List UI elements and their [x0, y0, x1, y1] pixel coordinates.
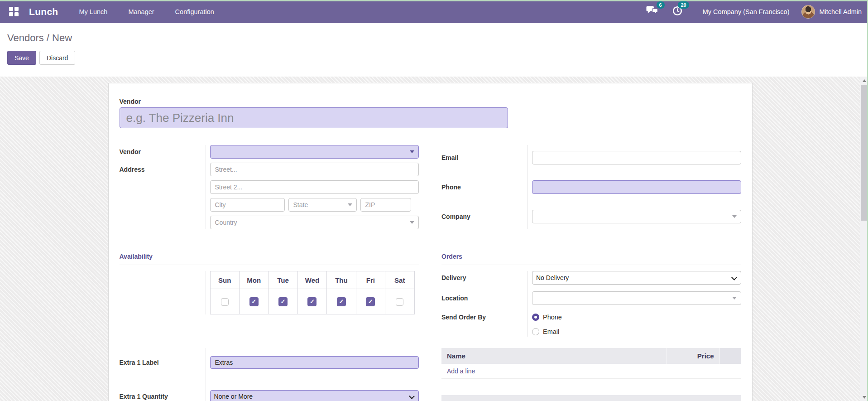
apps-grid-icon[interactable]: [9, 7, 19, 17]
menu-my-lunch[interactable]: My Lunch: [79, 8, 108, 15]
extra1-quantity-select[interactable]: None or More: [210, 390, 419, 401]
send-by-phone-radio[interactable]: Phone: [532, 312, 741, 322]
messages-button[interactable]: 6: [646, 5, 658, 18]
form-view-background: Vendor Vendor Address: [0, 77, 868, 401]
messages-badge: 6: [657, 1, 665, 9]
availability-section: Availability Sun Mon Tue Wed Thu Fri: [120, 253, 419, 348]
name-column-header: Name: [441, 348, 666, 364]
delivery-field-label: Delivery: [441, 274, 528, 281]
menu-configuration[interactable]: Configuration: [175, 8, 214, 15]
radio-selected-icon: [532, 314, 539, 321]
day-header: Mon: [239, 271, 268, 289]
delivery-select[interactable]: No Delivery: [532, 271, 741, 285]
zip-input[interactable]: [360, 198, 411, 212]
orders-title: Orders: [441, 253, 741, 265]
contact-group: Email Phone Company: [441, 145, 741, 229]
mon-checkbox[interactable]: [249, 297, 259, 306]
state-input[interactable]: [288, 198, 357, 212]
vendor-form-sheet: Vendor Vendor Address: [108, 83, 753, 401]
breadcrumb-vendors-link[interactable]: Vendors: [7, 32, 44, 43]
save-button[interactable]: Save: [7, 51, 36, 65]
vendor-field-label: Vendor: [120, 148, 206, 155]
extras-list: Name Price Add a line: [441, 348, 741, 401]
street2-input[interactable]: [210, 180, 419, 194]
day-header: Sun: [210, 271, 239, 289]
extras-group: Extra 1 Label Extra 1 Quantity None or M…: [120, 348, 419, 401]
sun-checkbox[interactable]: [221, 298, 229, 306]
day-header: Thu: [327, 271, 356, 289]
day-header: Fri: [356, 271, 385, 289]
add-a-line-link[interactable]: Add a line: [441, 364, 741, 379]
top-navbar: Lunch My Lunch Manager Configuration 6 2…: [0, 0, 868, 23]
extra1-label-input[interactable]: [210, 356, 419, 369]
activities-badge: 20: [678, 1, 689, 9]
triangle-up-icon: [863, 79, 866, 82]
availability-days-table: Sun Mon Tue Wed Thu Fri Sat: [210, 271, 415, 314]
vendor-many2one-input[interactable]: [210, 145, 419, 159]
location-field-label: Location: [441, 295, 528, 302]
thu-checkbox[interactable]: [337, 297, 346, 306]
tue-checkbox[interactable]: [278, 297, 288, 306]
sat-checkbox[interactable]: [396, 298, 403, 306]
availability-title: Availability: [120, 253, 419, 265]
fri-checkbox[interactable]: [366, 297, 375, 306]
main-menu: My Lunch Manager Configuration: [79, 8, 214, 15]
email-input[interactable]: [532, 151, 741, 164]
vendor-title-label: Vendor: [120, 98, 741, 105]
app-brand[interactable]: Lunch: [29, 6, 58, 17]
breadcrumb-separator: /: [44, 32, 52, 43]
breadcrumb-current: New: [52, 32, 72, 43]
breadcrumb: Vendors / New: [7, 32, 861, 44]
city-input[interactable]: [210, 198, 285, 212]
vendor-address-group: Vendor Address: [120, 145, 419, 229]
day-header: Sat: [385, 271, 414, 289]
control-panel: Vendors / New Save Discard: [0, 23, 868, 77]
day-header: Tue: [269, 271, 297, 289]
company-input[interactable]: [532, 210, 741, 223]
next-list-header-cutoff: [441, 395, 741, 401]
phone-input[interactable]: [532, 180, 741, 194]
systray: 6 20 My Company (San Francisco) Mitchell…: [646, 5, 862, 19]
triangle-down-icon: [863, 396, 866, 399]
wed-checkbox[interactable]: [307, 297, 317, 306]
radio-unselected-icon: [532, 328, 539, 335]
extras-list-header: Name Price: [441, 348, 741, 364]
window-border-top: [0, 0, 868, 1]
extra1-label-label: Extra 1 Label: [120, 359, 206, 366]
menu-manager[interactable]: Manager: [128, 8, 154, 15]
country-input[interactable]: [210, 216, 419, 229]
chat-bubbles-icon: [646, 5, 658, 18]
send-order-by-label: Send Order By: [441, 312, 528, 321]
phone-field-label: Phone: [441, 184, 528, 191]
email-field-label: Email: [441, 154, 528, 161]
price-column-header: Price: [666, 348, 719, 364]
extra1-quantity-label: Extra 1 Quantity: [120, 393, 206, 400]
user-name[interactable]: Mitchell Admin: [820, 8, 862, 15]
discard-button[interactable]: Discard: [39, 51, 75, 65]
address-field-label: Address: [120, 166, 206, 173]
extra-column-header: [719, 348, 741, 364]
company-switcher[interactable]: My Company (San Francisco): [703, 8, 790, 15]
vendor-name-input[interactable]: [120, 107, 508, 128]
activities-button[interactable]: 20: [672, 5, 683, 18]
send-by-email-radio[interactable]: Email: [532, 326, 741, 337]
company-field-label: Company: [441, 213, 528, 220]
location-input[interactable]: [532, 291, 741, 305]
street-input[interactable]: [210, 163, 419, 176]
day-header: Wed: [297, 271, 326, 289]
user-avatar[interactable]: [801, 5, 815, 19]
scrollbar-thumb[interactable]: [861, 85, 868, 221]
orders-section: Orders Delivery No Delivery Location Sen…: [441, 253, 741, 348]
